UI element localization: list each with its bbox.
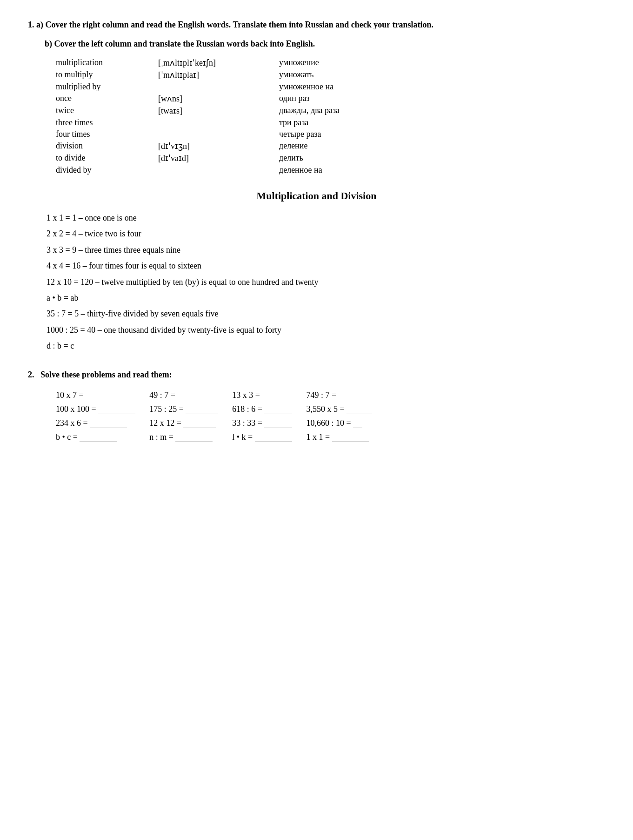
answer-underline [80,432,117,442]
vocab-transcription: [dɪˈvɪʒn] [158,140,279,152]
vocab-russian: четыре раза [279,128,340,140]
problem-text: n : m = [149,432,175,442]
vocab-russian: деленное на [279,164,340,176]
problem-text: 49 : 7 = [149,390,177,400]
vocab-english: four times [56,128,158,140]
vocab-row: multiplied byумноженное на [56,81,340,93]
problem-text: 3,550 x 5 = [306,404,346,414]
vocab-transcription [158,117,279,128]
vocab-row: division[dɪˈvɪʒn]деление [56,140,340,152]
instruction-a-text: a) Cover the right column and read the E… [36,20,433,29]
math-line: 35 : 7 = 5 – thirty-five divided by seve… [47,306,605,321]
problem-cell: l • k = [232,430,306,444]
problem-text: 12 x 12 = [149,418,183,428]
answer-underline [264,404,292,414]
vocab-transcription: [wʌns] [158,93,279,105]
problem-cell: 100 x 100 = [56,402,149,416]
vocab-row: to multiply[ˈmʌltɪplaɪ]умножать [56,69,340,81]
math-line: 1000 : 25 = 40 – one thousand divided by… [47,323,605,337]
answer-underline [332,432,369,442]
vocab-russian: деление [279,140,340,152]
vocab-english: division [56,140,158,152]
problem-text: 10,660 : 10 = [306,418,353,428]
section-2-title: 2. Solve these problems and read them: [28,370,605,380]
vocab-row: twice[twaɪs]дважды, два раза [56,105,340,117]
problem-cell: 10,660 : 10 = [306,416,386,430]
vocab-english: to divide [56,152,158,164]
section-2: 2. Solve these problems and read them: 1… [28,370,605,444]
answer-underline [177,390,210,400]
vocab-russian: три раза [279,117,340,128]
section-2-number: 2. [28,370,34,379]
problem-text: 10 x 7 = [56,390,86,400]
vocab-transcription [158,128,279,140]
problem-text: 1 x 1 = [306,432,332,442]
problem-cell: 1 x 1 = [306,430,386,444]
math-line: 3 x 3 = 9 – three times three equals nin… [47,242,605,257]
vocab-transcription: [ˈmʌltɪplaɪ] [158,69,279,81]
answer-underline [264,418,292,428]
problem-cell: 234 x 6 = [56,416,149,430]
problem-text: 749 : 7 = [306,390,338,400]
answer-underline [175,432,213,442]
problem-cell: n : m = [149,430,232,444]
vocab-row: multiplication[ˌmʌltɪplɪˈkeɪʃn]умножение [56,57,340,69]
problem-text: 618 : 6 = [232,404,264,414]
answer-underline [255,432,292,442]
problem-cell: 749 : 7 = [306,388,386,402]
answer-underline [98,404,135,414]
vocab-row: three timesтри раза [56,117,340,128]
answer-underline [90,418,127,428]
answer-underline [186,404,218,414]
math-line: 4 x 4 = 16 – four times four is equal to… [47,258,605,273]
vocab-russian: дважды, два раза [279,105,340,117]
vocab-english: to multiply [56,69,158,81]
vocab-transcription: [ˌmʌltɪplɪˈkeɪʃn] [158,57,279,69]
section-title: Multiplication and Division [28,190,605,202]
vocab-table-inner: multiplication[ˌmʌltɪplɪˈkeɪʃn]умножение… [56,57,340,176]
problem-row: 100 x 100 = 175 : 25 = 618 : 6 = 3,550 x… [56,402,386,416]
answer-underline [262,390,290,400]
vocab-english: divided by [56,164,158,176]
math-line: 12 x 10 = 120 – twelve multiplied by ten… [47,275,605,289]
vocab-russian: один раз [279,93,340,105]
problem-row: b • c = n : m = l • k = 1 x 1 = [56,430,386,444]
problems-table: 10 x 7 = 49 : 7 = 13 x 3 = 749 : 7 = 100… [56,388,386,444]
problem-text: 33 : 33 = [232,418,264,428]
problem-cell: 13 x 3 = [232,388,306,402]
problem-cell: 12 x 12 = [149,416,232,430]
instruction-b: b) Cover the left column and translate t… [45,38,605,50]
vocab-russian: умножать [279,69,340,81]
section-2-title-text: Solve these problems and read them: [40,370,172,379]
math-line: 2 x 2 = 4 – twice two is four [47,226,605,241]
instruction-b-text: b) Cover the left column and translate t… [45,39,315,48]
instruction-a: 1. a) Cover the right column and read th… [28,19,605,31]
vocab-row: once[wʌns]один раз [56,93,340,105]
problem-cell: 175 : 25 = [149,402,232,416]
vocab-english: twice [56,105,158,117]
answer-underline [346,404,372,414]
vocab-transcription: [dɪˈvaɪd] [158,152,279,164]
problem-text: 175 : 25 = [149,404,186,414]
problem-text: l • k = [232,432,254,442]
problem-row: 10 x 7 = 49 : 7 = 13 x 3 = 749 : 7 = [56,388,386,402]
problem-cell: 49 : 7 = [149,388,232,402]
math-lines: 1 x 1 = 1 – once one is one2 x 2 = 4 – t… [47,210,605,354]
vocab-russian: умноженное на [279,81,340,93]
vocab-english: multiplication [56,57,158,69]
problem-cell: 3,550 x 5 = [306,402,386,416]
vocab-row: four timesчетыре раза [56,128,340,140]
section-number: 1. [28,20,34,29]
vocab-english: multiplied by [56,81,158,93]
section-1: 1. a) Cover the right column and read th… [28,19,605,176]
vocab-english: three times [56,117,158,128]
answer-underline [183,418,216,428]
answer-underline [353,418,362,428]
problem-cell: 618 : 6 = [232,402,306,416]
problem-cell: b • c = [56,430,149,444]
problem-cell: 10 x 7 = [56,388,149,402]
vocab-russian: умножение [279,57,340,69]
vocab-english: once [56,93,158,105]
problem-text: 13 x 3 = [232,390,262,400]
math-line: d : b = c [47,338,605,353]
